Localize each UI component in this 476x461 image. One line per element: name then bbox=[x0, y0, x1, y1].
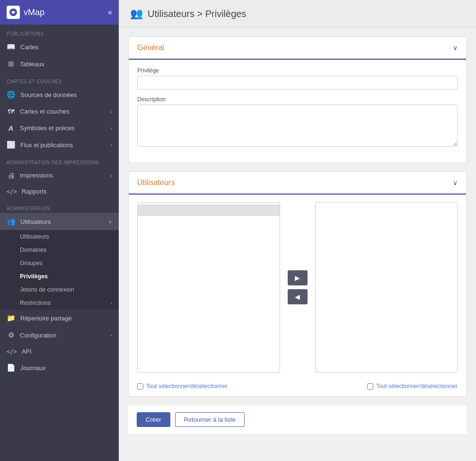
section-cartes: CARTES ET COUCHES bbox=[0, 72, 119, 86]
chevron-right-icon: › bbox=[110, 300, 112, 306]
sub-item-label: Restrictions bbox=[20, 300, 51, 306]
list-box-header-left bbox=[138, 204, 280, 216]
breadcrumb-separator: > bbox=[197, 9, 205, 19]
sidebar-item-label: Tableaux bbox=[20, 61, 112, 68]
sidebar-item-cartes-couches[interactable]: 🗺 Cartes et couches › bbox=[0, 103, 119, 120]
sidebar-item-label: Sources de données bbox=[20, 91, 112, 98]
sidebar-item-api[interactable]: </> API bbox=[0, 344, 119, 359]
list-transfer-controls: ▶ ◀ bbox=[280, 270, 315, 304]
chevron-down-icon: ∨ bbox=[108, 219, 112, 225]
sidebar-item-repertoire[interactable]: 📁 Répertoire partagé bbox=[0, 310, 119, 327]
action-bar: Créer Retourner à la liste bbox=[128, 405, 467, 434]
sidebar-item-label: Cartes bbox=[20, 44, 112, 51]
sidebar-item-tableaux[interactable]: ⊞ Tableaux bbox=[0, 55, 119, 72]
sidebar-item-label: Cartes et couches bbox=[20, 108, 106, 115]
select-all-left-checkbox[interactable] bbox=[137, 383, 143, 390]
section-admin: ADMINISTRATION bbox=[0, 199, 119, 213]
sidebar-item-impressions[interactable]: 🖨 Impressions › bbox=[0, 167, 119, 184]
general-panel-body: Privilège Description bbox=[129, 60, 466, 162]
log-icon: 📄 bbox=[7, 363, 16, 372]
sidebar-item-restrictions[interactable]: Restrictions › bbox=[0, 296, 119, 310]
create-button[interactable]: Créer bbox=[137, 412, 170, 427]
sidebar-item-label: Répertoire partagé bbox=[20, 315, 112, 322]
sidebar-header: vMap « bbox=[0, 0, 119, 25]
app-logo bbox=[7, 6, 20, 19]
app-title: vMap bbox=[24, 8, 44, 18]
chevron-right-icon: › bbox=[110, 125, 112, 131]
sub-item-label: Domaines bbox=[20, 247, 46, 253]
available-users-list[interactable] bbox=[137, 202, 280, 372]
code-icon: </> bbox=[7, 188, 17, 195]
sidebar-logo-area: vMap bbox=[7, 6, 44, 19]
sidebar-item-utilisateurs[interactable]: 👥 Utilisateurs ∨ bbox=[0, 213, 119, 230]
privilege-field-group: Privilège bbox=[137, 67, 458, 89]
sidebar: vMap « PUBLICATIONS 📖 Cartes ⊞ Tableaux … bbox=[0, 0, 119, 461]
sub-item-label: Groupes bbox=[20, 260, 43, 266]
arrow-left-icon: ◀ bbox=[295, 293, 300, 301]
sidebar-item-label: Flux et publications bbox=[20, 142, 106, 149]
sidebar-item-label: Utilisateurs bbox=[20, 218, 104, 225]
panel-collapse-icon[interactable]: ∨ bbox=[453, 44, 458, 52]
select-all-right-checkbox[interactable] bbox=[367, 383, 373, 390]
panel-collapse-icon[interactable]: ∨ bbox=[453, 179, 458, 186]
chevron-right-icon: › bbox=[110, 173, 112, 178]
sidebar-item-label: Configuration bbox=[20, 332, 106, 339]
page-header: 👥 Utilisateurs > Privilèges bbox=[119, 0, 476, 28]
text-icon: A bbox=[7, 124, 15, 132]
globe-icon: 🌐 bbox=[7, 90, 16, 99]
sidebar-item-domaines[interactable]: Domaines bbox=[0, 243, 119, 257]
chevron-right-icon: › bbox=[110, 332, 112, 338]
gear-icon: ⚙ bbox=[7, 331, 15, 339]
description-field-group: Description bbox=[137, 96, 458, 148]
select-all-right-label[interactable]: Tout sélectionner/désélectionner bbox=[367, 383, 458, 390]
section-publications: PUBLICATIONS bbox=[0, 25, 119, 38]
sub-item-label: Jetons de connexion bbox=[20, 286, 74, 293]
breadcrumb-current: Privilèges bbox=[205, 9, 247, 19]
general-panel-title: Général bbox=[137, 44, 164, 52]
page-header-icon: 👥 bbox=[130, 8, 143, 20]
sidebar-item-sources[interactable]: 🌐 Sources de données bbox=[0, 86, 119, 103]
map-icon: 🗺 bbox=[7, 107, 15, 115]
collapse-icon[interactable]: « bbox=[108, 8, 112, 17]
selected-users-list[interactable] bbox=[315, 202, 458, 372]
move-right-button[interactable]: ▶ bbox=[288, 270, 308, 285]
description-label: Description bbox=[137, 96, 458, 103]
users-panel: Utilisateurs ∨ ▶ ◀ bbox=[128, 171, 467, 397]
content-area: Général ∨ Privilège Description Utilisat… bbox=[119, 28, 476, 442]
privilege-input[interactable] bbox=[137, 76, 458, 89]
print-icon: 🖨 bbox=[7, 171, 15, 179]
sidebar-item-jetons[interactable]: Jetons de connexion bbox=[0, 283, 119, 296]
description-textarea[interactable] bbox=[137, 105, 458, 147]
api-icon: </> bbox=[7, 348, 17, 355]
dual-list-container: ▶ ◀ bbox=[129, 195, 466, 380]
back-to-list-button[interactable]: Retourner à la liste bbox=[175, 412, 245, 427]
sidebar-item-configuration[interactable]: ⚙ Configuration › bbox=[0, 327, 119, 344]
general-panel-header: Général ∨ bbox=[129, 37, 466, 60]
sidebar-item-utilisateurs-sub[interactable]: Utilisateurs bbox=[0, 230, 119, 243]
sidebar-item-flux[interactable]: ⬜ Flux et publications › bbox=[0, 136, 119, 153]
breadcrumb-parent: Utilisateurs bbox=[148, 9, 194, 19]
users-panel-header: Utilisateurs ∨ bbox=[129, 172, 466, 195]
sub-item-label: Privilèges bbox=[20, 273, 48, 280]
select-all-right-text: Tout sélectionner/désélectionner bbox=[376, 383, 458, 390]
sidebar-item-label: Rapports bbox=[22, 188, 112, 195]
sub-item-label: Utilisateurs bbox=[20, 233, 49, 240]
move-left-button[interactable]: ◀ bbox=[288, 289, 308, 304]
sidebar-item-label: Symboles et polices bbox=[20, 124, 106, 132]
sidebar-item-groupes[interactable]: Groupes bbox=[0, 257, 119, 270]
sidebar-item-symboles[interactable]: A Symboles et polices › bbox=[0, 120, 119, 136]
sidebar-item-label: Journaux bbox=[20, 364, 112, 372]
sidebar-item-privileges[interactable]: Privilèges bbox=[0, 270, 119, 283]
arrow-right-icon: ▶ bbox=[295, 274, 300, 282]
sidebar-item-rapports[interactable]: </> Rapports bbox=[0, 184, 119, 199]
sidebar-item-journaux[interactable]: 📄 Journaux bbox=[0, 359, 119, 376]
users-icon: 👥 bbox=[7, 217, 16, 226]
select-all-left-label[interactable]: Tout sélectionner/désélectionner bbox=[137, 383, 228, 390]
book-icon: 📖 bbox=[7, 43, 16, 51]
sidebar-item-cartes[interactable]: 📖 Cartes bbox=[0, 38, 119, 55]
general-panel: Général ∨ Privilège Description bbox=[128, 36, 467, 163]
chevron-right-icon: › bbox=[110, 109, 112, 115]
list-footer: Tout sélectionner/désélectionner Tout sé… bbox=[129, 380, 466, 396]
breadcrumb: Utilisateurs > Privilèges bbox=[148, 9, 246, 19]
section-impressions: ADMINISTRATION DES IMPRESSIONS bbox=[0, 153, 119, 167]
